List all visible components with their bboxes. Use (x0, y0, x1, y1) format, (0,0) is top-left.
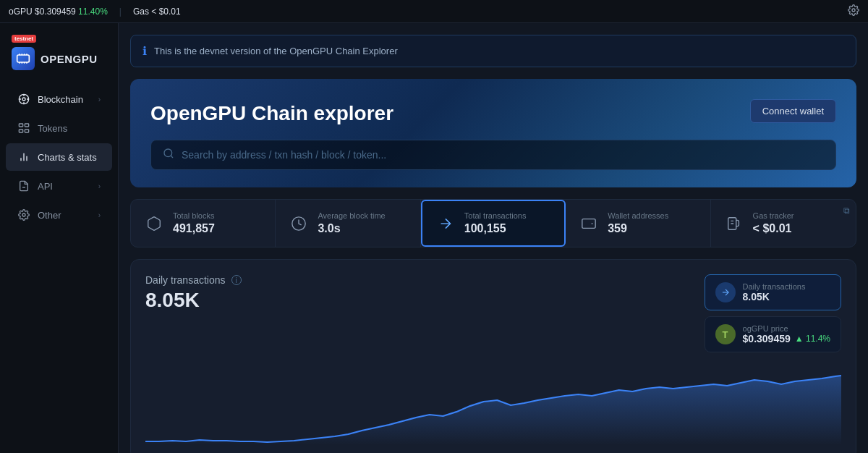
svg-point-12 (164, 149, 172, 157)
svg-rect-6 (25, 130, 28, 132)
wallet-label: Wallet addresses (608, 211, 668, 220)
chart-svg (145, 358, 841, 445)
legend-ogpu-price[interactable]: T ogGPU price $0.309459 ▲ 11.4% (705, 316, 841, 352)
topbar-gas: Gas < $0.01 (133, 7, 181, 17)
nav-other[interactable]: Other › (6, 201, 112, 229)
search-icon (163, 148, 174, 162)
svg-rect-3 (19, 124, 22, 127)
svg-point-2 (22, 98, 25, 101)
chart-title: Daily transactions (145, 274, 226, 286)
banner-text: This is the devnet version of the OpenGP… (154, 46, 398, 56)
legend-price-label: ogGPU price (743, 324, 830, 333)
legend-tx-label: Daily transactions (743, 282, 806, 291)
svg-rect-16 (582, 219, 595, 228)
devnet-banner: ℹ This is the devnet version of the Open… (130, 35, 856, 67)
topbar: oGPU $0.309459 11.40% | Gas < $0.01 (0, 0, 868, 23)
info-icon: ℹ (142, 44, 147, 58)
nav-blockchain[interactable]: Blockchain › (6, 85, 112, 113)
transactions-icon (434, 212, 457, 235)
stat-gas-tracker: Gas tracker < $0.01 ⧉ (711, 200, 856, 247)
avg-block-time-label: Average block time (318, 211, 385, 220)
content-area: ℹ This is the devnet version of the Open… (119, 23, 868, 453)
legend-tx-value: 8.05K (743, 291, 806, 302)
blockchain-icon (17, 93, 30, 106)
connect-wallet-button[interactable]: Connect wallet (750, 99, 836, 123)
svg-rect-5 (19, 130, 22, 132)
clock-icon (287, 212, 310, 235)
nav-api[interactable]: API › (6, 172, 112, 200)
logo-badge: testnet (12, 35, 36, 43)
svg-rect-1 (17, 55, 30, 62)
hero-title: OpenGPU Chain explorer (150, 102, 836, 125)
gas-value: < $0.01 (753, 222, 794, 235)
nav-charts-label: Charts & stats (38, 152, 97, 163)
logo: testnet OPENGPU (0, 35, 118, 85)
legend-daily-transactions[interactable]: Daily transactions 8.05K (705, 274, 841, 310)
total-tx-label: Total transactions (464, 211, 527, 220)
logo-text: OPENGPU (41, 53, 98, 65)
stats-row: Total blocks 491,857 Average block time … (130, 199, 856, 247)
nav-api-label: API (38, 181, 53, 192)
svg-point-11 (22, 213, 25, 216)
chart-section: Daily transactions i 8.05K (130, 259, 856, 453)
topbar-price: oGPU $0.309459 11.40% (9, 7, 108, 17)
gas-label: Gas tracker (753, 211, 794, 220)
svg-line-13 (171, 156, 173, 158)
wallet-value: 359 (608, 222, 668, 235)
gas-icon (723, 212, 746, 235)
settings-icon[interactable] (848, 4, 859, 18)
api-chevron: › (98, 182, 101, 190)
wallet-icon (577, 212, 600, 235)
stat-avg-block-time: Average block time 3.0s (276, 200, 420, 247)
legend-price-avatar: T (715, 324, 736, 344)
other-icon (17, 208, 30, 221)
sidebar: testnet OPENGPU (0, 23, 119, 453)
total-blocks-label: Total blocks (173, 211, 215, 220)
stat-total-transactions: Total transactions 100,155 (421, 200, 566, 247)
tokens-icon (17, 122, 30, 135)
logo-icon (12, 47, 35, 70)
api-icon (17, 179, 30, 192)
nav-charts[interactable]: Charts & stats (6, 143, 112, 171)
svg-rect-4 (25, 124, 28, 127)
search-input[interactable] (182, 149, 824, 161)
total-blocks-value: 491,857 (173, 222, 215, 235)
avg-block-time-value: 3.0s (318, 222, 385, 235)
svg-point-0 (852, 9, 855, 12)
total-tx-value: 100,155 (464, 222, 527, 235)
other-chevron: › (98, 211, 101, 219)
nav-blockchain-label: Blockchain (38, 94, 83, 105)
chart-info-icon[interactable]: i (231, 275, 242, 285)
nav-tokens[interactable]: Tokens (6, 114, 112, 142)
search-bar[interactable] (150, 140, 836, 170)
chart-canvas (145, 358, 841, 445)
hero-section: OpenGPU Chain explorer Connect wallet (130, 79, 856, 187)
stat-total-blocks: Total blocks 491,857 (131, 200, 276, 247)
stat-wallet-addresses: Wallet addresses 359 (566, 200, 710, 247)
legend-price-change: ▲ 11.4% (795, 334, 830, 344)
legend-price-value: $0.309459 (743, 333, 791, 344)
chart-value: 8.05K (145, 289, 242, 312)
blockchain-chevron: › (98, 96, 101, 103)
gas-copy-icon[interactable]: ⧉ (843, 206, 850, 216)
blocks-icon (142, 212, 166, 235)
charts-icon (17, 151, 30, 164)
nav-other-label: Other (38, 210, 61, 221)
nav-tokens-label: Tokens (38, 123, 67, 134)
legend-transactions-icon (715, 282, 736, 302)
